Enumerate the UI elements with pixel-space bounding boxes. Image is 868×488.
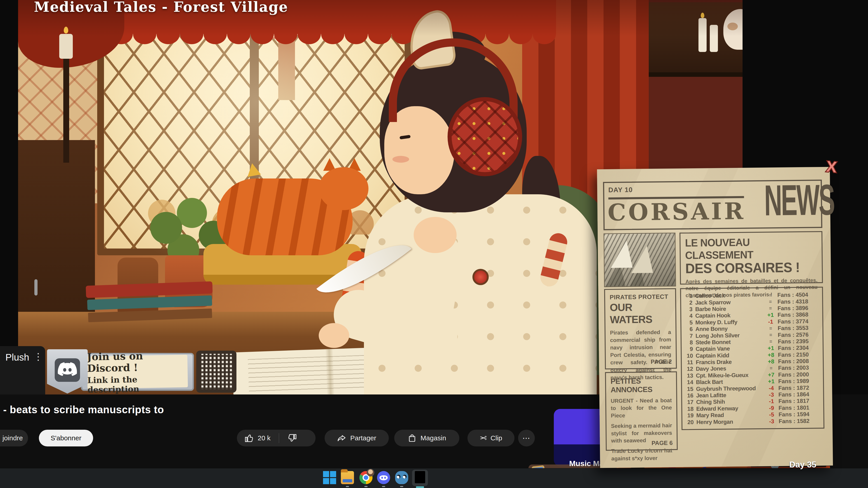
scrollbar-thumb[interactable]: [34, 279, 37, 295]
discord-icon: [55, 358, 80, 382]
video-title: - beats to scribe manuscripts to: [3, 403, 164, 416]
ellipsis-icon: ⋯: [522, 433, 530, 443]
recommendation-card-title: Music Ma: [569, 459, 604, 468]
join-button[interactable]: joindre: [0, 430, 28, 447]
close-icon[interactable]: X: [826, 158, 837, 176]
desktop: Medieval Tales - Forest Village Join us …: [0, 0, 868, 488]
plush-product-popup[interactable]: Plush ⋮: [0, 346, 45, 394]
ranking-article-intro: LE NOUVEAU CLASSEMENT DES CORSAIRES ! Ap…: [680, 231, 823, 285]
newspaper-masthead: DAY 10 CORSAIR NEWS: [603, 180, 822, 230]
discord-app-icon[interactable]: [377, 471, 390, 484]
classified-ad: URGENT - Need a boat to look for the One…: [611, 397, 672, 419]
qr-code: [196, 351, 237, 393]
ranking-list: 1Calico Jack=Fans : 45042Jack Sparrow=Fa…: [680, 287, 825, 430]
discord-banner-line1: Join us on Discord !: [87, 349, 188, 374]
more-actions-button[interactable]: ⋯: [518, 430, 535, 447]
share-button[interactable]: Partager: [324, 430, 389, 447]
day-counter: Day 35: [789, 460, 816, 469]
chrome-icon[interactable]: [360, 471, 373, 484]
ship-engraving-image: [603, 233, 676, 287]
discord-banner: Join us on Discord ! Link in the descrip…: [47, 353, 230, 391]
ranking-headline-1: LE NOUVEAU CLASSEMENT: [685, 235, 812, 261]
windows-start-icon[interactable]: [323, 471, 336, 484]
article-kicker: PIRATES PROTECT: [610, 293, 671, 301]
discord-banner-line2: Link in the description: [87, 374, 188, 394]
classifieds-ads: URGENT - Need a boat to look for the One…: [611, 397, 673, 462]
article-headline: OUR WATERS: [610, 301, 671, 326]
ranking-row: 20Henry Morgan-3Fans : 1582: [686, 418, 820, 426]
active-app-icon[interactable]: [412, 470, 428, 486]
scissors-icon: ✂: [480, 433, 487, 443]
classified-ad: Trade Lucky tricorn hat against s*xy lov…: [611, 447, 673, 462]
page-ref: PAGE 6: [651, 440, 673, 447]
shopping-bag-icon: [407, 433, 417, 443]
masthead-title: CORSAIR: [608, 197, 745, 226]
protect-article: PIRATES PROTECT OUR WATERS Pirates defen…: [604, 288, 677, 369]
plush-product-label: Plush: [5, 352, 29, 363]
classifieds-section: PETITES ANNONCES URGENT - Need a boat to…: [605, 371, 678, 451]
corsair-news-window: X DAY 10 CORSAIR NEWS PIRATES PROTECT OU…: [597, 167, 833, 468]
video-art-title: Medieval Tales - Forest Village: [34, 0, 288, 15]
kebab-menu-icon[interactable]: ⋮: [33, 351, 43, 362]
subscribe-button[interactable]: S'abonner: [39, 430, 93, 447]
share-icon: [337, 433, 346, 443]
shop-button[interactable]: Magasin: [394, 430, 459, 447]
classifieds-title: PETITES ANNONCES: [611, 377, 672, 394]
masthead-title-2: NEWS: [764, 175, 834, 225]
like-count: 20 k: [258, 434, 271, 442]
file-explorer-icon[interactable]: [341, 471, 354, 484]
active-app-indicator: [416, 486, 424, 488]
clip-button[interactable]: ✂ Clip: [467, 430, 515, 447]
thumbs-down-icon[interactable]: [287, 433, 297, 443]
windows-taskbar: [0, 468, 868, 488]
thumbs-up-icon[interactable]: [245, 433, 254, 443]
like-dislike-group: 20 k: [237, 430, 315, 447]
chrome-profile-avatar: [367, 469, 374, 477]
godot-icon[interactable]: [395, 471, 408, 484]
newspaper-day: DAY 10: [608, 186, 633, 194]
ranking-headline-2: DES CORSAIRES !: [685, 259, 812, 276]
page-ref: PAGE 2: [651, 358, 672, 365]
